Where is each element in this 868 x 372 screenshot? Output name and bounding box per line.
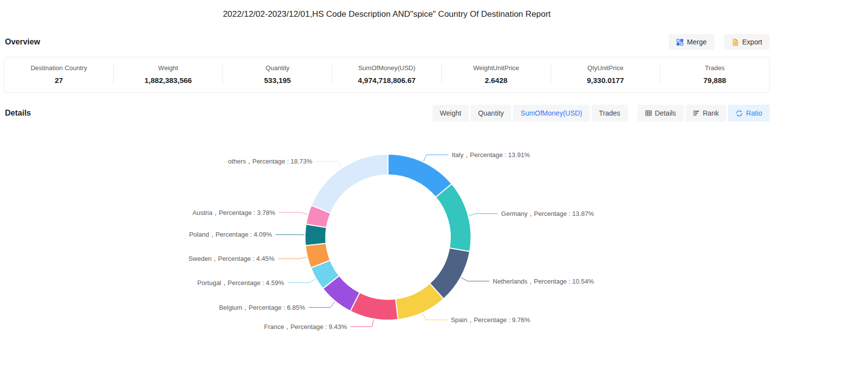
slice-label-spain: Spain，Percentage : 9.76% xyxy=(451,316,530,324)
tab-details-view-label: Details xyxy=(655,109,676,117)
stat-sum-of-money: SumOfMoney(USD) 4,974,718,806.67 xyxy=(332,64,441,85)
rank-icon xyxy=(693,110,700,117)
stat-destination-country: Destination Country 27 xyxy=(4,64,113,85)
stat-value: 27 xyxy=(4,76,113,84)
stat-qty-unit-price: QtyUnitPrice 9,330.0177 xyxy=(551,64,660,85)
stat-weight-unit-price: WeightUnitPrice 2.6428 xyxy=(441,64,551,85)
details-heading: Details xyxy=(4,109,31,118)
tab-trades[interactable]: Trades xyxy=(592,105,628,122)
slice-label-sweden: Sweden，Percentage : 4.45% xyxy=(188,255,275,262)
tab-sum-of-money[interactable]: SumOfMoney(USD) xyxy=(513,105,589,122)
stat-value: 4,974,718,806.67 xyxy=(332,76,441,84)
overview-header-row: Overview Merge xyxy=(4,34,770,50)
label-line-germany xyxy=(469,214,498,216)
merge-button[interactable]: Merge xyxy=(669,34,714,50)
export-button[interactable]: Export xyxy=(724,34,770,50)
label-line-others xyxy=(316,162,342,168)
stat-quantity: Quantity 533,195 xyxy=(222,64,332,85)
stat-label: WeightUnitPrice xyxy=(442,64,551,72)
report-page: 2022/12/02-2023/12/01,HS Code Descriptio… xyxy=(0,0,774,344)
stat-value: 2.6428 xyxy=(442,76,551,84)
stat-label: Trades xyxy=(660,64,769,72)
tab-rank-view[interactable]: Rank xyxy=(686,105,727,122)
slice-label-belgium: Belgium，Percentage : 6.85% xyxy=(219,304,305,311)
label-line-austria xyxy=(279,212,308,214)
donut-slice-germany[interactable] xyxy=(436,184,471,251)
tab-details-view[interactable]: Details xyxy=(638,105,684,122)
export-icon xyxy=(732,39,739,46)
donut-slice-others[interactable] xyxy=(311,154,388,213)
slice-label-france: France，Percentage : 9.43% xyxy=(264,323,347,331)
overview-actions: Merge Export xyxy=(669,34,770,50)
tab-ratio-view-label: Ratio xyxy=(746,109,762,117)
stat-value: 9,330.0177 xyxy=(551,76,660,84)
merge-icon xyxy=(676,39,684,46)
table-icon xyxy=(645,110,652,117)
stat-weight: Weight 1,882,383,566 xyxy=(113,64,222,85)
slice-label-austria: Austria，Percentage : 3.78% xyxy=(192,209,275,216)
stat-label: Destination Country xyxy=(4,64,113,72)
slice-label-netherlands: Netherlands，Percentage : 10.54% xyxy=(493,278,594,285)
stat-label: Quantity xyxy=(223,64,332,72)
tab-rank-view-label: Rank xyxy=(703,109,719,117)
tab-quantity-label: Quantity xyxy=(478,109,504,117)
stat-value: 533,195 xyxy=(223,76,332,84)
stat-value: 1,882,383,566 xyxy=(114,76,222,84)
export-button-label: Export xyxy=(742,38,762,46)
donut-slice-italy[interactable] xyxy=(388,154,452,197)
tab-trades-label: Trades xyxy=(599,109,620,117)
refresh-ratio-icon xyxy=(736,110,743,117)
tab-sum-of-money-label: SumOfMoney(USD) xyxy=(521,109,582,117)
label-line-france xyxy=(350,319,374,327)
metric-tab-group: Weight Quantity SumOfMoney(USD) Trades xyxy=(433,105,628,122)
stat-label: QtyUnitPrice xyxy=(551,64,660,72)
donut-chart-svg: Italy，Percentage : 13.91%Germany，Percent… xyxy=(4,124,770,344)
details-controls: Weight Quantity SumOfMoney(USD) Trades D… xyxy=(433,105,770,122)
view-tab-group: Details Rank xyxy=(638,105,770,122)
merge-button-label: Merge xyxy=(687,38,707,46)
stat-label: SumOfMoney(USD) xyxy=(332,64,441,72)
tab-weight[interactable]: Weight xyxy=(433,105,469,122)
stat-trades: Trades 79,888 xyxy=(660,64,769,85)
label-line-sweden xyxy=(278,257,307,259)
donut-chart: Italy，Percentage : 13.91%Germany，Percent… xyxy=(4,124,770,344)
details-header-row: Details Weight Quantity SumOfMoney(USD) … xyxy=(4,105,770,122)
label-line-spain xyxy=(423,313,447,320)
slice-label-germany: Germany，Percentage : 13.87% xyxy=(501,210,594,217)
overview-stats-card: Destination Country 27 Weight 1,882,383,… xyxy=(4,57,770,93)
tab-quantity[interactable]: Quantity xyxy=(471,105,511,122)
stat-value: 79,888 xyxy=(660,76,769,84)
page-title: 2022/12/02-2023/12/01,HS Code Descriptio… xyxy=(4,0,770,19)
label-line-portugal xyxy=(288,279,316,283)
tab-weight-label: Weight xyxy=(440,109,461,117)
slice-label-portugal: Portugal，Percentage : 4.59% xyxy=(197,279,284,287)
label-line-italy xyxy=(424,155,448,162)
slice-label-others: others，Percentage : 18.73% xyxy=(228,158,312,165)
label-line-belgium xyxy=(308,302,335,308)
overview-heading: Overview xyxy=(4,38,40,46)
slice-label-poland: Poland，Percentage : 4.09% xyxy=(189,231,272,238)
tab-ratio-view[interactable]: Ratio xyxy=(728,105,770,122)
slice-label-italy: Italy，Percentage : 13.91% xyxy=(452,151,530,159)
stat-label: Weight xyxy=(114,64,222,72)
label-line-netherlands xyxy=(461,278,489,281)
